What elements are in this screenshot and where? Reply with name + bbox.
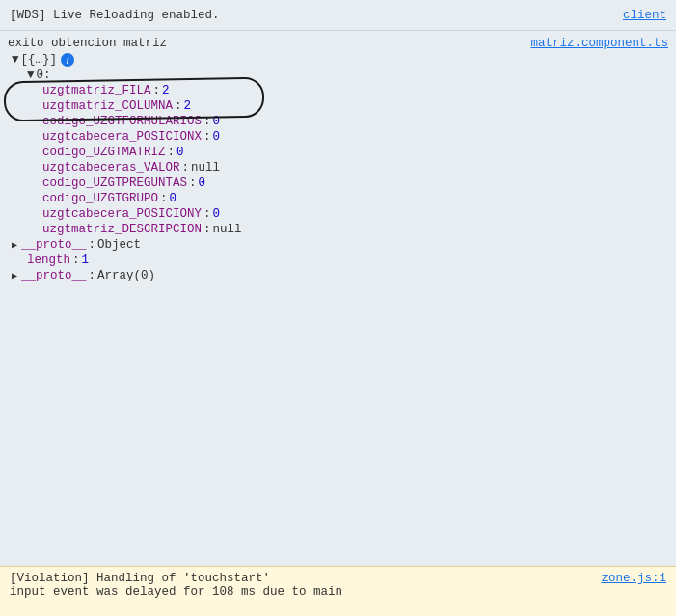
prop-value-uzgtcabecera-posicionx: 0 xyxy=(213,130,221,144)
length-row: length : 1 xyxy=(12,253,668,268)
prop-row-uzgtcabeceras-valor: uzgtcabeceras_VALOR : null xyxy=(12,160,668,175)
proto-array-toggle[interactable]: ▶ xyxy=(12,270,17,281)
prop-value-uzgtcabecera-posiciony: 0 xyxy=(213,207,221,221)
client-source-link[interactable]: client xyxy=(623,9,666,22)
violation-source-link[interactable]: zone.js:1 xyxy=(601,572,666,585)
length-label: length xyxy=(27,254,70,267)
prop-name-uzgtmatriz-fila: uzgtmatriz_FILA xyxy=(42,84,151,97)
prop-row-uzgtmatriz-descripcion: uzgtmatriz_DESCRIPCION : null xyxy=(12,222,668,237)
violation-bar: [Violation] Handling of 'touchstart' zon… xyxy=(0,566,676,616)
wds-message: [WDS] Live Reloading enabled. xyxy=(10,9,220,22)
violation-text-1: [Violation] Handling of 'touchstart' xyxy=(10,572,270,585)
prop-value-uzgtmatriz-descripcion: null xyxy=(213,223,242,236)
prop-name-codigo-uzgtgrupo: codigo_UZGTGRUPO xyxy=(42,192,158,205)
object-tree: ▼ [{…}] i ▼ 0: uzgtmatriz_FILA : 2 xyxy=(8,52,668,283)
proto-array-value: Array(0) xyxy=(97,269,155,282)
proto-object-toggle[interactable]: ▶ xyxy=(12,239,17,251)
prop-row-uzgtcabecera-posicionx: uzgtcabecera_POSICIONX : 0 xyxy=(12,129,668,145)
log-message-exito: exito obtencion matriz xyxy=(8,37,167,50)
circled-props-block: uzgtmatriz_FILA : 2 uzgtmatriz_COLUMNA :… xyxy=(12,83,668,114)
prop-row-codigo-uzgtpreguntas: codigo_UZGTPREGUNTAS : 0 xyxy=(12,175,668,191)
prop-name-codigo-uzgtformularios: codigo_UZGTFORMULARIOS xyxy=(42,115,202,128)
proto-object-label: __proto__ xyxy=(21,238,87,252)
info-icon[interactable]: i xyxy=(61,53,74,67)
console-container: [WDS] Live Reloading enabled. client exi… xyxy=(0,0,676,616)
tree-root-label[interactable]: [{…}] xyxy=(21,53,58,67)
prop-value-uzgtcabeceras-valor: null xyxy=(191,161,220,174)
tree-index-0-label: 0: xyxy=(37,68,51,82)
violation-line-1: [Violation] Handling of 'touchstart' zon… xyxy=(10,572,666,585)
prop-value-uzgtmatriz-columna: 2 xyxy=(184,99,192,113)
prop-name-uzgtmatriz-columna: uzgtmatriz_COLUMNA xyxy=(42,99,173,113)
prop-value-codigo-uzgtpreguntas: 0 xyxy=(199,176,206,190)
proto-array-label: __proto__ xyxy=(21,269,87,282)
proto-array-row: ▶ __proto__ : Array(0) xyxy=(12,268,668,283)
violation-text-2: input event was delayed for 108 ms due t… xyxy=(10,585,342,599)
console-body: exito obtencion matriz matriz.component.… xyxy=(0,31,676,566)
log-line-exito: exito obtencion matriz matriz.component.… xyxy=(8,35,668,52)
proto-object-row: ▶ __proto__ : Object xyxy=(12,237,668,253)
prop-value-codigo-uzgtgrupo: 0 xyxy=(170,192,177,205)
prop-row-uzgtcabecera-posiciony: uzgtcabecera_POSICIONY : 0 xyxy=(12,206,668,222)
prop-row-uzgtmatriz-columna: uzgtmatriz_COLUMNA : 2 xyxy=(12,98,668,114)
prop-value-uzgtmatriz-fila: 2 xyxy=(162,84,170,97)
prop-row-codigo-uzgtgrupo: codigo_UZGTGRUPO : 0 xyxy=(12,191,668,206)
prop-name-uzgtcabecera-posicionx: uzgtcabecera_POSICIONX xyxy=(42,130,202,144)
tree-index-0-toggle[interactable]: ▼ xyxy=(27,68,35,82)
prop-row-uzgtmatriz-fila: uzgtmatriz_FILA : 2 xyxy=(12,83,668,98)
log-source-matriz[interactable]: matriz.component.ts xyxy=(530,37,668,50)
prop-name-codigo-uzgtmatriz: codigo_UZGTMATRIZ xyxy=(42,146,166,159)
prop-name-uzgtcabecera-posiciony: uzgtcabecera_POSICIONY xyxy=(42,207,202,221)
length-value: 1 xyxy=(82,254,90,267)
tree-index-0: ▼ 0: xyxy=(12,67,668,83)
top-bar: [WDS] Live Reloading enabled. client xyxy=(0,0,676,31)
tree-root: ▼ [{…}] i xyxy=(12,52,668,67)
prop-row-codigo-uzgtformularios: codigo_UZGTFORMULARIOS : 0 xyxy=(12,114,668,129)
tree-root-toggle[interactable]: ▼ xyxy=(12,53,19,67)
proto-object-value: Object xyxy=(97,238,141,252)
prop-name-uzgtmatriz-descripcion: uzgtmatriz_DESCRIPCION xyxy=(42,223,202,236)
violation-line-2: input event was delayed for 108 ms due t… xyxy=(10,585,666,599)
prop-value-codigo-uzgtformularios: 0 xyxy=(213,115,221,128)
prop-row-codigo-uzgtmatriz: codigo_UZGTMATRIZ : 0 xyxy=(12,145,668,160)
prop-value-codigo-uzgtmatriz: 0 xyxy=(176,146,184,159)
prop-name-uzgtcabeceras-valor: uzgtcabeceras_VALOR xyxy=(42,161,180,174)
prop-name-codigo-uzgtpreguntas: codigo_UZGTPREGUNTAS xyxy=(42,176,187,190)
